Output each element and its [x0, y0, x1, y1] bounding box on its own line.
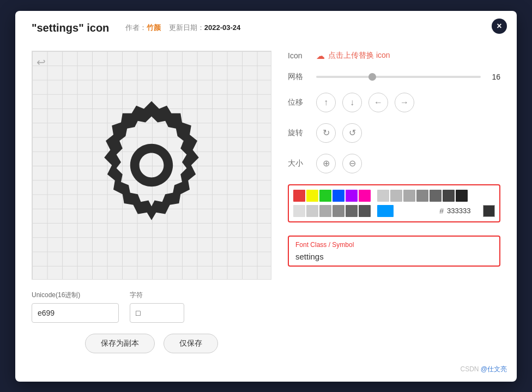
color-swatch-gray7[interactable] [456, 190, 468, 202]
right-panel: Icon ☁ 点击上传替换 icon 网格 16 位移 ↑ ↓ [288, 51, 500, 353]
rotate-buttons: ↻ ↺ [316, 123, 362, 143]
modal-container: × "settings" icon 作者：竹颜 更新日期：2022-03-24 … [15, 11, 517, 382]
color-swatch-lt6[interactable] [359, 205, 371, 217]
upload-icon-button[interactable]: ☁ 点击上传替换 icon [316, 51, 390, 61]
icon-prop-label: Icon [288, 51, 307, 60]
color-hex-input[interactable] [447, 207, 480, 215]
grid-prop-label: 网格 [288, 72, 307, 82]
font-class-box: Font Class / Symbol [288, 236, 500, 267]
color-hash-group: # [439, 205, 495, 217]
color-row-1 [293, 190, 495, 202]
icon-row: Icon ☁ 点击上传替换 icon [288, 51, 500, 61]
move-down-button[interactable]: ↓ [342, 93, 362, 112]
font-class-label: Font Class / Symbol [295, 241, 493, 249]
color-swatch-blue[interactable] [332, 190, 344, 202]
font-class-input[interactable] [295, 252, 493, 261]
grid-slider-container: 16 [316, 73, 500, 81]
date-value: 2022-03-24 [204, 23, 241, 32]
author-label: 作者： [125, 23, 147, 32]
zoom-out-button[interactable]: ⊖ [342, 154, 362, 173]
unicode-input[interactable] [32, 303, 119, 323]
save-button[interactable]: 仅保存 [164, 334, 218, 353]
move-buttons: ↑ ↓ ← → [316, 93, 414, 112]
color-swatch-gray1[interactable] [377, 190, 389, 202]
upload-text: 点击上传替换 icon [328, 51, 390, 61]
color-palette-box: # [288, 184, 500, 222]
color-preview-swatch[interactable] [483, 205, 495, 217]
author-value: 竹颜 [147, 23, 161, 32]
move-prop-label: 位移 [288, 98, 307, 107]
color-swatch-lt1[interactable] [293, 205, 305, 217]
color-swatch-yellow[interactable] [306, 190, 318, 202]
canvas-area: ↩ Unicode(16进制) 字符 保存 [32, 51, 271, 353]
action-buttons: 保存为副本 仅保存 [32, 334, 271, 353]
color-swatch-red[interactable] [293, 190, 305, 202]
rotate-ccw-button[interactable]: ↻ [316, 123, 336, 143]
size-row: 大小 ⊕ ⊖ [288, 154, 500, 173]
color-swatch-green[interactable] [319, 190, 331, 202]
rotate-cw-button[interactable]: ↺ [342, 123, 362, 143]
color-swatch-gray3[interactable] [403, 190, 415, 202]
size-prop-label: 大小 [288, 159, 307, 168]
save-copy-button[interactable]: 保存为副本 [85, 334, 155, 353]
move-left-button[interactable]: ← [368, 93, 388, 112]
close-button[interactable]: × [492, 19, 507, 34]
size-buttons: ⊕ ⊖ [316, 154, 362, 173]
char-input[interactable] [130, 303, 184, 323]
color-swatch-lt5[interactable] [346, 205, 358, 217]
unicode-label: Unicode(16进制) [32, 291, 119, 300]
content-area: ↩ Unicode(16进制) 字符 保存 [32, 51, 500, 353]
rotate-prop-label: 旋转 [288, 128, 307, 138]
color-row-2: # [293, 205, 495, 217]
move-row: 位移 ↑ ↓ ← → [288, 93, 500, 112]
bottom-fields: Unicode(16进制) 字符 [32, 291, 271, 323]
grid-slider[interactable] [316, 76, 481, 78]
hash-symbol: # [439, 207, 444, 215]
settings-gear-icon [75, 89, 228, 242]
author-meta: 作者：竹颜 更新日期：2022-03-24 [125, 23, 240, 33]
date-label: 更新日期： [169, 23, 204, 32]
color-swatch-gray6[interactable] [443, 190, 455, 202]
color-swatch-gray5[interactable] [430, 190, 442, 202]
zoom-in-button[interactable]: ⊕ [316, 154, 336, 173]
color-swatch-pink[interactable] [359, 190, 371, 202]
watermark: CSDN @仕文亮 [460, 365, 507, 374]
color-swatch-gray4[interactable] [416, 190, 428, 202]
char-label: 字符 [130, 291, 184, 300]
grid-value: 16 [487, 73, 500, 81]
unicode-field-group: Unicode(16进制) [32, 291, 119, 323]
rotate-row: 旋转 ↻ ↺ [288, 123, 500, 143]
color-swatch-lt4[interactable] [332, 205, 344, 217]
color-swatch-cyan[interactable] [377, 205, 394, 217]
watermark-at: @仕文亮 [481, 365, 507, 373]
color-swatch-purple[interactable] [346, 190, 358, 202]
color-swatch-lt3[interactable] [319, 205, 331, 217]
icon-canvas: ↩ [32, 51, 271, 280]
move-up-button[interactable]: ↑ [316, 93, 336, 112]
grid-row: 网格 16 [288, 72, 500, 82]
cloud-upload-icon: ☁ [316, 51, 325, 61]
color-swatch-gray2[interactable] [390, 190, 402, 202]
color-swatch-lt2[interactable] [306, 205, 318, 217]
modal-title: "settings" icon [32, 22, 109, 34]
back-arrow-icon[interactable]: ↩ [37, 56, 46, 69]
modal-header: "settings" icon 作者：竹颜 更新日期：2022-03-24 [32, 22, 500, 40]
bottom-right-section: Font Class / Symbol [288, 236, 500, 267]
char-field-group: 字符 [130, 291, 184, 323]
move-right-button[interactable]: → [395, 93, 414, 112]
